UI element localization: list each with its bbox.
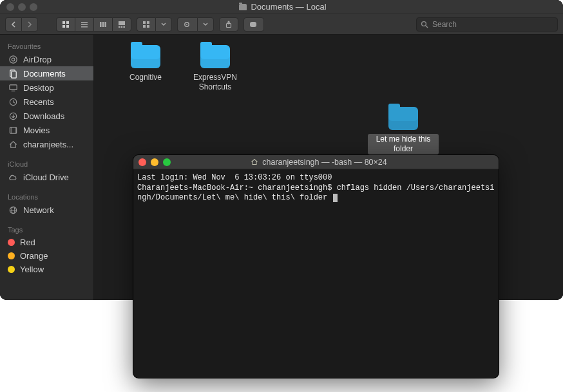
sidebar-item-label: iCloud Drive bbox=[23, 173, 69, 182]
folder-label: Cognitive bbox=[127, 72, 164, 83]
svg-rect-4 bbox=[81, 22, 88, 23]
network-icon bbox=[8, 205, 18, 215]
view-mode-group bbox=[56, 17, 131, 32]
folder-icon bbox=[200, 45, 230, 68]
svg-rect-10 bbox=[119, 21, 125, 25]
forward-button[interactable] bbox=[21, 17, 38, 32]
folder-label: Let me hide this folder bbox=[368, 134, 439, 154]
sidebar-item-movies[interactable]: Movies bbox=[0, 123, 93, 137]
navigation-arrows bbox=[5, 17, 38, 32]
svg-point-19 bbox=[186, 24, 187, 25]
svg-rect-7 bbox=[100, 22, 102, 27]
gear-icon[interactable] bbox=[177, 17, 197, 32]
svg-rect-1 bbox=[66, 21, 69, 24]
group-by-button[interactable] bbox=[137, 17, 172, 32]
folder-item-hidden[interactable]: Let me hide this folder bbox=[368, 107, 439, 154]
finder-titlebar[interactable]: Documents — Local bbox=[0, 0, 563, 14]
terminal-line: Last login: Wed Nov 6 13:03:26 on ttys00… bbox=[137, 173, 332, 182]
sidebar-item-documents[interactable]: Documents bbox=[0, 66, 93, 80]
svg-rect-15 bbox=[147, 21, 149, 24]
svg-rect-5 bbox=[81, 24, 88, 25]
sidebar-item-label: Red bbox=[20, 238, 35, 247]
sidebar-item-airdrop[interactable]: AirDrop bbox=[0, 52, 93, 66]
sidebar-tag-red[interactable]: Red bbox=[0, 236, 93, 249]
terminal-cursor bbox=[333, 194, 338, 202]
sidebar-item-label: Recents bbox=[23, 97, 54, 107]
home-icon bbox=[251, 158, 258, 165]
tag-dot-icon bbox=[8, 252, 15, 259]
action-menu-button[interactable] bbox=[177, 17, 214, 32]
svg-rect-17 bbox=[147, 25, 149, 28]
documents-icon bbox=[8, 68, 18, 79]
svg-rect-14 bbox=[143, 21, 146, 24]
icon-view-button[interactable] bbox=[56, 17, 75, 32]
tag-dot-icon bbox=[8, 239, 15, 246]
finder-window-title: Documents — Local bbox=[9, 2, 557, 12]
folder-item-expressvpn[interactable]: ExpressVPN Shortcuts bbox=[180, 45, 251, 93]
terminal-line: Charanjeets-MacBook-Air:~ charanjeetsing… bbox=[137, 183, 495, 203]
sidebar-item-label: charanjeets... bbox=[23, 140, 73, 149]
terminal-window: charanjeetsingh — -bash — 80×24 Last log… bbox=[133, 155, 499, 378]
sidebar-item-network[interactable]: Network bbox=[0, 203, 93, 217]
sidebar-item-label: Documents bbox=[23, 69, 66, 79]
sidebar-item-label: Desktop bbox=[23, 83, 54, 93]
search-input[interactable] bbox=[432, 20, 553, 29]
sidebar-heading-locations: Locations bbox=[0, 191, 93, 203]
gallery-view-button[interactable] bbox=[112, 17, 131, 32]
sidebar-item-label: Downloads bbox=[23, 111, 64, 121]
svg-point-22 bbox=[422, 21, 426, 26]
svg-point-24 bbox=[9, 55, 16, 62]
list-view-button[interactable] bbox=[75, 17, 93, 32]
folder-icon bbox=[239, 4, 247, 10]
svg-point-25 bbox=[12, 58, 15, 61]
back-button[interactable] bbox=[5, 17, 21, 32]
svg-rect-6 bbox=[81, 26, 88, 28]
folder-icon bbox=[388, 107, 418, 130]
home-icon bbox=[8, 139, 18, 149]
svg-rect-2 bbox=[62, 25, 65, 28]
chevron-down-icon[interactable] bbox=[197, 17, 214, 32]
finder-sidebar: Favourites AirDrop Documents Desktop bbox=[0, 35, 94, 300]
finder-toolbar bbox=[0, 14, 563, 35]
sidebar-tag-orange[interactable]: Orange bbox=[0, 249, 93, 263]
share-button[interactable] bbox=[219, 17, 238, 32]
svg-rect-27 bbox=[11, 71, 16, 77]
sidebar-item-label: Network bbox=[23, 205, 54, 215]
svg-rect-8 bbox=[102, 22, 104, 27]
svg-rect-3 bbox=[66, 25, 69, 28]
sidebar-item-desktop[interactable]: Desktop bbox=[0, 80, 93, 95]
recents-icon bbox=[8, 97, 18, 107]
svg-rect-28 bbox=[9, 84, 16, 89]
svg-rect-9 bbox=[104, 22, 106, 27]
downloads-icon bbox=[8, 111, 18, 121]
tag-dot-icon bbox=[8, 266, 15, 273]
terminal-window-title: charanjeetsingh — -bash — 80×24 bbox=[144, 158, 493, 167]
terminal-body[interactable]: Last login: Wed Nov 6 13:03:26 on ttys00… bbox=[133, 169, 499, 207]
sidebar-item-recents[interactable]: Recents bbox=[0, 95, 93, 109]
column-view-button[interactable] bbox=[93, 17, 112, 32]
folder-icon bbox=[131, 45, 160, 68]
sidebar-tag-yellow[interactable]: Yellow bbox=[0, 263, 93, 276]
cloud-icon bbox=[8, 172, 18, 182]
sidebar-item-icloud-drive[interactable]: iCloud Drive bbox=[0, 170, 93, 184]
sidebar-item-label: AirDrop bbox=[23, 55, 52, 64]
tags-button[interactable] bbox=[243, 17, 264, 32]
sidebar-item-home[interactable]: charanjeets... bbox=[0, 137, 93, 151]
sidebar-heading-icloud: iCloud bbox=[0, 158, 93, 170]
svg-rect-11 bbox=[119, 26, 120, 28]
desktop-icon bbox=[8, 82, 18, 93]
terminal-titlebar[interactable]: charanjeetsingh — -bash — 80×24 bbox=[133, 155, 499, 169]
chevron-down-icon[interactable] bbox=[155, 17, 172, 32]
finder-search[interactable] bbox=[416, 17, 558, 32]
sidebar-heading-favourites: Favourites bbox=[0, 40, 93, 52]
search-icon bbox=[421, 21, 428, 28]
folder-item-cognitive[interactable]: Cognitive bbox=[110, 45, 181, 83]
folder-label: ExpressVPN Shortcuts bbox=[180, 72, 251, 93]
movies-icon bbox=[8, 125, 18, 135]
terminal-title-text: charanjeetsingh — -bash — 80×24 bbox=[262, 158, 387, 167]
airdrop-icon bbox=[8, 54, 18, 64]
svg-rect-13 bbox=[123, 26, 125, 28]
sidebar-item-label: Orange bbox=[20, 251, 48, 261]
sidebar-item-downloads[interactable]: Downloads bbox=[0, 109, 93, 123]
svg-line-23 bbox=[426, 26, 428, 28]
